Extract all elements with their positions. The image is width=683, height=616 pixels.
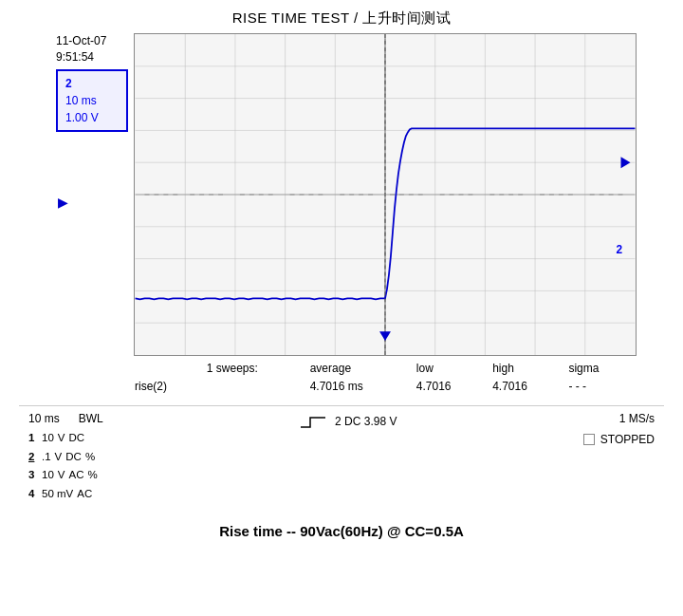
stopped-label: STOPPED (600, 433, 655, 446)
svg-text:2: 2 (617, 243, 623, 256)
svg-marker-92 (621, 157, 631, 168)
timebase-label: 10 ms (28, 412, 60, 425)
page-title: RISE TIME TEST / 上升时间测试 (0, 0, 683, 33)
high-label: high (487, 360, 563, 378)
measurements-area: 1 sweeps: average low high sigma rise(2)… (129, 360, 632, 396)
bottom-info: 10 ms BWL 1 10 V DC 2 .1 V DC % 3 (19, 405, 664, 509)
channel-info-box: 2 10 ms 1.00 V (56, 69, 128, 132)
high-val: 4.7016 (487, 378, 563, 396)
low-val: 4.7016 (411, 378, 487, 396)
sigma-label: sigma (563, 360, 632, 378)
waveform-svg: 2 (135, 34, 636, 355)
sigma-val: - - - (563, 378, 632, 396)
sample-rate: 1 MS/s (619, 412, 655, 425)
trigger-arrow-left: ▶ (58, 195, 68, 210)
ch2-dc-info: 2 DC 3.98 V (335, 415, 397, 428)
sweeps-label: 1 sweeps: (201, 360, 305, 378)
rise-label: rise(2) (129, 378, 201, 396)
right-status: 1 MS/s STOPPED (583, 412, 655, 446)
stopped-badge: STOPPED (583, 433, 655, 446)
svg-marker-91 (379, 331, 391, 341)
oscilloscope-screen: leCroy (134, 33, 637, 356)
average-val: 4.7016 ms (305, 378, 411, 396)
stopped-box (583, 434, 595, 445)
step-symbol (299, 412, 327, 431)
channel-4-row: 4 50 mV AC (28, 485, 103, 504)
channel-2-row: 2 .1 V DC % (28, 448, 103, 467)
average-label: average (305, 360, 411, 378)
channel-3-row: 3 10 V AC % (28, 466, 103, 485)
datetime-display: 11-Oct-07 9:51:54 (56, 33, 106, 65)
bwl-label: BWL (79, 412, 103, 425)
footer-title: Rise time -- 90Vac(60Hz) @ CC=0.5A (219, 523, 464, 539)
channel-1-row: 1 10 V DC (28, 429, 103, 448)
low-label: low (411, 360, 487, 378)
